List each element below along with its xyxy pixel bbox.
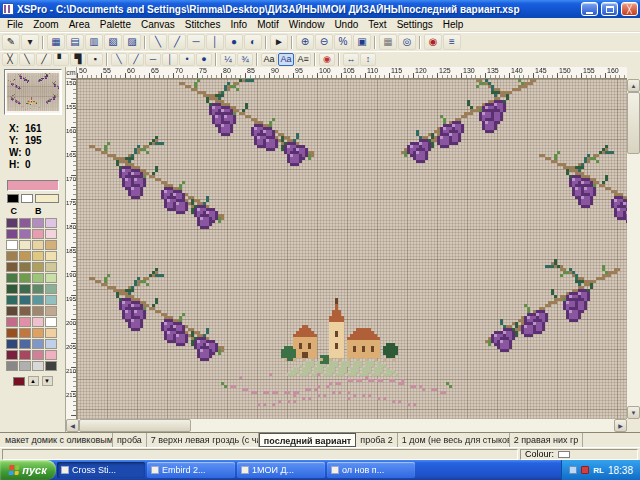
taskbar-task-2[interactable]: Embird 2... <box>147 462 235 478</box>
palette-scroll-down[interactable]: ▼ <box>42 376 53 386</box>
scroll-right-button[interactable]: ▶ <box>614 419 627 432</box>
tab-6[interactable]: 1 дом (не весь для стыковки) <box>398 433 510 447</box>
palette-swatch[interactable] <box>6 350 18 360</box>
scroll-up-button[interactable]: ▲ <box>627 79 640 92</box>
maximize-button[interactable] <box>601 2 618 16</box>
stitch-style-half-back[interactable]: ╲ <box>19 53 35 66</box>
zoom-percent-button[interactable]: % <box>334 34 352 50</box>
zoom-fit-button[interactable]: ▣ <box>353 34 371 50</box>
palette-swatch[interactable] <box>45 339 57 349</box>
zoom-in-button[interactable]: ⊕ <box>296 34 314 50</box>
tab-1[interactable]: макет домик с оливковыми <box>1 433 113 447</box>
current-thread-swatch[interactable] <box>13 377 25 386</box>
menu-item-settings[interactable]: Settings <box>392 18 438 32</box>
taskbar-task-4[interactable]: ол нов п... <box>327 462 415 478</box>
backstitch-thin-v[interactable]: │ <box>162 53 178 66</box>
palette-swatch[interactable] <box>45 317 57 327</box>
petite-stitch-tool[interactable]: ▨ <box>123 34 141 50</box>
palette-swatch[interactable] <box>45 295 57 305</box>
close-button[interactable]: ╳ <box>621 2 638 16</box>
pencil-mode-dropdown[interactable]: ▾ <box>21 34 39 50</box>
palette-swatch[interactable] <box>32 284 44 294</box>
pattern-canvas[interactable] <box>77 79 627 419</box>
stitch-style-half-forward[interactable]: ╱ <box>36 53 52 66</box>
menu-item-canvas[interactable]: Canvas <box>136 18 180 32</box>
h-scroll-thumb[interactable] <box>79 419 191 432</box>
palette-swatch[interactable] <box>19 229 31 239</box>
select-arrow-tool[interactable]: ► <box>270 34 288 50</box>
palette-swatch[interactable] <box>19 273 31 283</box>
minimize-button[interactable] <box>581 2 598 16</box>
palette-swatch[interactable] <box>6 339 18 349</box>
menu-item-help[interactable]: Help <box>438 18 469 32</box>
palette-swatch[interactable] <box>19 317 31 327</box>
three-quarter-fraction-button[interactable]: ¾ <box>237 53 253 66</box>
palette-swatch[interactable] <box>19 240 31 250</box>
v-scroll-track[interactable] <box>627 154 640 406</box>
palette-swatch[interactable] <box>32 328 44 338</box>
v-scrollbar[interactable]: ▲ ▼ <box>627 79 640 419</box>
palette-swatch[interactable] <box>32 317 44 327</box>
palette-swatch[interactable] <box>32 361 44 371</box>
menu-item-motif[interactable]: Motif <box>252 18 284 32</box>
palette-swatch[interactable] <box>32 218 44 228</box>
menu-item-file[interactable]: File <box>2 18 28 32</box>
zoom-out-button[interactable]: ⊖ <box>315 34 333 50</box>
taskbar-task-1[interactable]: Cross Sti... <box>57 462 145 478</box>
palette-swatch[interactable] <box>32 262 44 272</box>
h-scrollbar[interactable]: ◀ ▶ <box>66 419 627 432</box>
text-align-button[interactable]: A≡ <box>295 53 311 66</box>
palette-swatch[interactable] <box>45 229 57 239</box>
color-wheel-button[interactable]: ◉ <box>319 53 335 66</box>
language-indicator[interactable]: RL <box>593 466 604 475</box>
palette-swatch[interactable] <box>6 361 18 371</box>
flip-vertical-button[interactable]: ↕ <box>360 53 376 66</box>
palette-swatch[interactable] <box>19 328 31 338</box>
palette-button[interactable]: ◉ <box>424 34 442 50</box>
stitch-style-three-quarter[interactable]: ▜ <box>70 53 86 66</box>
palette-swatch[interactable] <box>45 251 57 261</box>
three-quarter-stitch-tool[interactable]: ▧ <box>104 34 122 50</box>
palette-swatch[interactable] <box>19 361 31 371</box>
flip-horizontal-button[interactable]: ↔ <box>343 53 359 66</box>
palette-swatch[interactable] <box>6 317 18 327</box>
palette-swatch[interactable] <box>19 262 31 272</box>
scroll-down-button[interactable]: ▼ <box>627 406 640 419</box>
palette-swatch[interactable] <box>32 350 44 360</box>
palette-swatch[interactable] <box>19 284 31 294</box>
palette-swatch[interactable] <box>32 251 44 261</box>
palette-swatch[interactable] <box>6 218 18 228</box>
knot-large-tool[interactable]: ● <box>196 53 212 66</box>
tab-5[interactable]: проба 2 <box>356 433 397 447</box>
line-vertical-tool[interactable]: │ <box>206 34 224 50</box>
palette-swatch[interactable] <box>6 251 18 261</box>
bead-tool[interactable]: ◐ <box>244 34 262 50</box>
palette-swatch[interactable] <box>45 262 57 272</box>
backstitch-thin-h[interactable]: ─ <box>145 53 161 66</box>
palette-swatch[interactable] <box>45 273 57 283</box>
palette-swatch[interactable] <box>32 229 44 239</box>
taskbar-task-3[interactable]: 1МОИ Д... <box>237 462 325 478</box>
palette-swatch[interactable] <box>19 218 31 228</box>
center-view-button[interactable]: ◎ <box>398 34 416 50</box>
french-knot-tool[interactable]: ● <box>225 34 243 50</box>
backstitch-ne-tool[interactable]: ╱ <box>168 34 186 50</box>
start-button[interactable]: пуск <box>0 460 56 480</box>
tab-7[interactable]: 2 правая них гр <box>510 433 584 447</box>
palette-swatch[interactable] <box>6 273 18 283</box>
menu-item-area[interactable]: Area <box>64 18 95 32</box>
menu-item-stitches[interactable]: Stitches <box>180 18 226 32</box>
grid-toggle-button[interactable]: ▦ <box>379 34 397 50</box>
menu-item-palette[interactable]: Palette <box>95 18 136 32</box>
tray-app-icon[interactable] <box>569 466 577 474</box>
white-swatch[interactable] <box>21 194 33 203</box>
palette-swatch[interactable] <box>6 240 18 250</box>
menu-item-zoom[interactable]: Zoom <box>28 18 64 32</box>
tab-4[interactable]: последний вариант <box>259 433 356 447</box>
text-small-button[interactable]: Aa <box>261 53 277 66</box>
palette-swatch[interactable] <box>32 240 44 250</box>
h-scroll-track[interactable] <box>191 419 614 432</box>
title-bar[interactable]: XSPro - C:\Documents and Settings\Rimma\… <box>0 0 640 18</box>
menu-item-window[interactable]: Window <box>284 18 330 32</box>
text-large-button[interactable]: Aa <box>278 53 294 66</box>
